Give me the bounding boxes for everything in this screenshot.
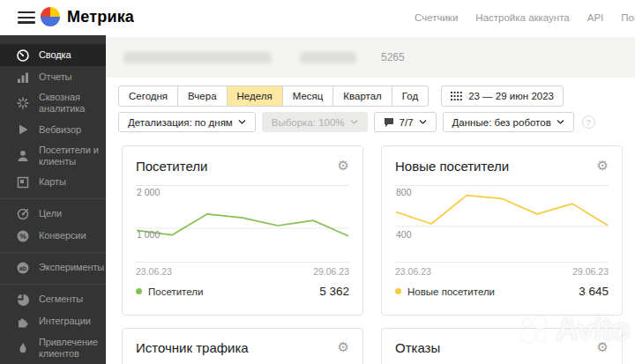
sampling-label: Выборка: 100%	[272, 117, 345, 128]
brand-title: Метрика	[67, 8, 134, 26]
flame-icon	[16, 341, 30, 355]
sidebar-item-webvisor[interactable]: Вебвизор	[0, 119, 106, 141]
date-range-button[interactable]: 23 — 29 июн 2023	[441, 85, 564, 107]
sidebar-item-integrations[interactable]: Интеграции	[0, 311, 106, 333]
gear-icon[interactable]: ⚙	[338, 341, 349, 354]
card-new-visitors: Новые посетители ⚙ 800 400 23.06.23 29.0…	[381, 145, 623, 316]
counter-id: 5265	[381, 51, 405, 63]
y-axis-tick: 800	[396, 187, 412, 197]
nav-help[interactable]: Помощь	[621, 12, 635, 23]
nav-api[interactable]: API	[587, 12, 604, 23]
gear-icon[interactable]: ⚙	[597, 341, 609, 354]
sampling-dropdown[interactable]: Выборка: 100%	[262, 112, 368, 132]
burst-icon	[16, 96, 30, 110]
new-visitors-line-chart[interactable]	[395, 185, 609, 263]
puzzle-icon	[16, 315, 30, 329]
widgets-row-1: Посетители ⚙ 2 000 1 000 23.06.23 29.06.…	[122, 145, 623, 316]
help-icon[interactable]: ?	[582, 115, 595, 129]
nav-counters[interactable]: Счетчики	[415, 12, 458, 23]
main-content: 5265 СегодняВчераНеделяМесяцКварталГод 2…	[106, 35, 635, 364]
metric-total: 3 645	[579, 285, 609, 298]
data-filter-label: Данные: без роботов	[452, 117, 551, 128]
sidebar-item-label: Посетители и клиенты	[39, 145, 102, 168]
sidebar-item-summary[interactable]: Сводка	[0, 44, 106, 66]
tab-today[interactable]: Сегодня	[118, 85, 178, 107]
sidebar-item-label: Сводка	[39, 49, 102, 61]
bar-chart-icon	[16, 71, 30, 85]
filters-toolbar: Детализация: по дням Выборка: 100% 7/7 Д…	[118, 112, 595, 132]
ab-icon: ab	[16, 261, 30, 275]
legend-dot	[395, 288, 401, 294]
sidebar-item-conversions[interactable]: % Конверсии	[0, 226, 106, 248]
comment-icon	[384, 117, 394, 127]
card-title: Посетители	[136, 159, 207, 174]
sidebar-item-label: Цели	[39, 208, 102, 219]
sidebar-item-goals[interactable]: Цели	[0, 204, 106, 226]
sidebar-item-label: Вебвизор	[39, 124, 102, 136]
calendar-grid-icon	[451, 91, 462, 101]
card-visitors: Посетители ⚙ 2 000 1 000 23.06.23 29.06.…	[122, 145, 363, 316]
sidebar-item-label: Интеграции	[39, 316, 102, 327]
sidebar-item-client-acquisition[interactable]: Привлечение клиентов	[0, 333, 106, 364]
card-title: Отказы	[395, 340, 440, 355]
legend-dot	[136, 288, 142, 294]
sidebar-item-label: Отчеты	[39, 71, 102, 83]
sidebar-item-segments[interactable]: Сегменты	[0, 289, 106, 311]
metric-total: 5 362	[319, 285, 349, 298]
counter-bar: 5265	[106, 37, 635, 78]
redacted-counter-name	[123, 52, 272, 63]
comments-dropdown[interactable]: 7/7	[374, 112, 437, 132]
menu-icon[interactable]	[18, 11, 35, 24]
gear-icon[interactable]: ⚙	[597, 160, 609, 173]
sidebar-item-label: Сегменты	[39, 293, 102, 305]
sidebar-item-label: Карты	[39, 176, 102, 188]
sidebar-item-label: Конверсии	[39, 230, 102, 241]
metrika-logo[interactable]: Метрика	[41, 7, 134, 26]
comments-label: 7/7	[400, 117, 414, 128]
legend-label: Посетители	[148, 286, 203, 297]
map-icon	[16, 175, 30, 189]
card-title: Новые посетители	[395, 159, 509, 174]
x-axis-start: 23.06.23	[136, 266, 172, 277]
sidebar: Сводка Отчеты Сквозная аналитика Вебвизо…	[0, 35, 106, 364]
period-toolbar: СегодняВчераНеделяМесяцКварталГод 23 — 2…	[118, 85, 564, 107]
tab-yesterday[interactable]: Вчера	[177, 85, 227, 107]
visitors-line-chart[interactable]	[136, 185, 349, 263]
sidebar-item-cross-analytics[interactable]: Сквозная аналитика	[0, 88, 106, 119]
gear-icon[interactable]: ⚙	[338, 160, 349, 173]
date-range-label: 23 — 29 июн 2023	[468, 91, 554, 101]
sidebar-item-label: Сквозная аналитика	[39, 92, 102, 115]
person-icon	[16, 149, 30, 163]
sidebar-item-experiments[interactable]: ab Эксперименты	[0, 257, 106, 279]
x-axis-start: 23.06.23	[395, 266, 431, 277]
sidebar-item-label: Привлечение клиентов	[39, 337, 102, 360]
sidebar-item-maps[interactable]: Карты	[0, 172, 106, 194]
detalization-dropdown[interactable]: Детализация: по дням	[118, 112, 256, 132]
nav-account-settings[interactable]: Настройка аккаунта	[475, 12, 569, 23]
tab-quarter[interactable]: Квартал	[332, 85, 392, 107]
period-tabs: СегодняВчераНеделяМесяцКварталГод	[118, 85, 429, 107]
target-icon	[16, 207, 30, 221]
tab-week[interactable]: Неделя	[227, 85, 283, 107]
sidebar-item-reports[interactable]: Отчеты	[0, 66, 106, 88]
svg-text:ab: ab	[19, 265, 26, 271]
card-title: Источник трафика	[136, 340, 249, 355]
x-axis-end: 29.06.23	[313, 266, 349, 277]
sidebar-divider	[0, 252, 106, 253]
sidebar-divider	[0, 198, 106, 199]
widgets-row-2: Источник трафика ⚙ Отказы ⚙	[122, 328, 623, 364]
new-visitors-chart-area: 800 400	[395, 185, 609, 263]
tab-month[interactable]: Месяц	[282, 85, 334, 107]
top-nav: Счетчики Настройка аккаунта API Помощь	[415, 0, 635, 35]
chevron-down-icon	[557, 120, 564, 124]
sidebar-item-label: Эксперименты	[39, 262, 104, 273]
sidebar-item-visitors-clients[interactable]: Посетители и клиенты	[0, 141, 106, 172]
chevron-down-icon	[419, 120, 427, 124]
sidebar-divider	[0, 284, 106, 285]
pie-icon	[16, 293, 30, 307]
data-filter-dropdown[interactable]: Данные: без роботов	[443, 112, 574, 132]
card-bounces: Отказы ⚙	[381, 328, 623, 364]
tab-year[interactable]: Год	[392, 85, 429, 107]
legend-label: Новые посетители	[407, 286, 495, 297]
chevron-down-icon	[238, 120, 246, 124]
